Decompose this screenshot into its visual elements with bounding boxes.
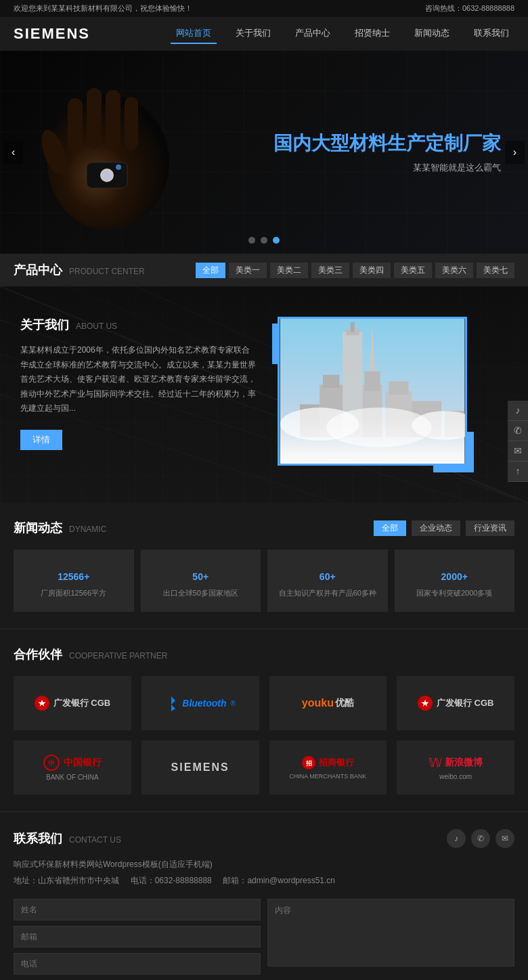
stat-card-patent: 2000+ 国家专利突破2000多项 — [395, 550, 515, 612]
news-title-en: DYNAMIC — [69, 525, 106, 534]
svg-text:招: 招 — [305, 760, 312, 767]
header: SIEMENS 网站首页 关于我们 产品中心 招贤纳士 新闻动态 联系我们 — [0, 17, 528, 51]
sidebar-quick-icons: ♪ ✆ ✉ ↑ — [508, 401, 528, 482]
product-tab-5[interactable]: 美类五 — [394, 263, 432, 278]
hero-subtitle: 某某智能就是这么霸气 — [273, 162, 501, 174]
stat-label-area: 厂房面积12566平方 — [24, 588, 124, 598]
news-section: 新闻动态 DYNAMIC 全部 企业动态 行业资讯 12566+ 厂房面积125… — [0, 503, 528, 629]
news-tabs: 全部 企业动态 行业资讯 — [374, 520, 514, 536]
hero-title-white: 国内大型材料生产 — [273, 133, 425, 154]
nav-item-about[interactable]: 关于我们 — [230, 24, 276, 44]
stat-label-ip: 自主知识产权并有产品60多种 — [278, 588, 378, 598]
partner-cgb-2[interactable]: 广发银行 CGB — [397, 676, 514, 730]
product-title-cn: 产品中心 — [14, 262, 62, 278]
partners-grid-row1: 广发银行 CGB Bluetooth ® youku 优酷 广发银行 CGB — [14, 676, 514, 730]
about-title-cn: 关于我们 — [20, 317, 69, 333]
contact-email-input[interactable] — [14, 926, 261, 948]
partner-youku[interactable]: youku 优酷 — [269, 676, 387, 730]
contact-form-right — [267, 899, 514, 975]
about-left: 关于我们 ABOUT US 某某材料成立于2006年，依托多位国内外知名艺术教育… — [20, 317, 257, 450]
topbar: 欢迎您来到某某科技新材料有限公司，祝您体验愉快！ 咨询热线：0632-88888… — [0, 0, 528, 17]
product-tab-4[interactable]: 美类四 — [353, 263, 391, 278]
hero-dot-1[interactable] — [248, 237, 255, 244]
stat-label-patent: 国家专利突破2000多项 — [405, 588, 505, 598]
contact-site-name: 响应式环保新材料类网站Wordpress模板(自适应手机端) — [14, 856, 514, 872]
news-tab-company[interactable]: 企业动态 — [412, 520, 460, 536]
contact-name-input[interactable] — [14, 899, 261, 920]
hero-next-button[interactable]: › — [505, 141, 525, 164]
stat-card-area: 12566+ 厂房面积12566平方 — [14, 550, 134, 612]
product-tab-2[interactable]: 美类二 — [270, 263, 308, 278]
stat-card-export: 50+ 出口全球50多国家地区 — [141, 550, 261, 612]
contact-title-en: CONTACT US — [69, 835, 121, 845]
topbar-hotline: 咨询热线：0632-88888888 — [425, 3, 514, 14]
contact-quick-icons: ♪ ✆ ✉ — [447, 829, 514, 848]
partner-siemens[interactable]: SIEMENS — [141, 740, 259, 795]
sidebar-message-icon[interactable]: ✉ — [508, 441, 528, 462]
product-tab-7[interactable]: 美类七 — [477, 263, 514, 278]
partner-cgb-1[interactable]: 广发银行 CGB — [14, 676, 131, 730]
nav-item-contact[interactable]: 联系我们 — [468, 24, 514, 44]
logo: SIEMENS — [14, 25, 90, 43]
news-tab-industry[interactable]: 行业资讯 — [466, 520, 514, 536]
contact-email-icon[interactable]: ✉ — [496, 829, 514, 848]
about-detail-button[interactable]: 详情 — [20, 430, 62, 450]
hero-slider: 国内大型材料生产定制厂家 某某智能就是这么霸气 ‹ › — [0, 51, 528, 254]
product-tab-6[interactable]: 美类六 — [435, 263, 473, 278]
product-section-title: 产品中心 PRODUCT CENTER — [14, 262, 145, 278]
news-title: 新闻动态 DYNAMIC — [14, 520, 106, 536]
nav-item-products[interactable]: 产品中心 — [290, 24, 336, 44]
nav-item-jobs[interactable]: 招贤纳士 — [349, 24, 395, 44]
nav-item-news[interactable]: 新闻动态 — [409, 24, 455, 44]
svg-rect-24 — [323, 375, 339, 388]
partner-boc[interactable]: 中 中国银行 BANK OF CHINA — [14, 740, 131, 795]
partners-section: 合作伙伴 COOPERATIVE PARTNER 广发银行 CGB Blueto… — [0, 629, 528, 811]
sidebar-phone-icon[interactable]: ✆ — [508, 421, 528, 441]
partner-cgb2-label: 广发银行 CGB — [437, 697, 494, 709]
hero-text: 国内大型材料生产定制厂家 某某智能就是这么霸气 — [273, 131, 501, 174]
hero-title: 国内大型材料生产定制厂家 — [273, 131, 501, 156]
partner-bluetooth[interactable]: Bluetooth ® — [141, 676, 259, 730]
contact-title: 联系我们 CONTACT US — [14, 830, 121, 847]
partner-weibo[interactable]: 𝕎 新浪微博 weibo.com — [397, 740, 514, 795]
hero-dot-2[interactable] — [261, 237, 267, 244]
contact-phone-input[interactable] — [14, 953, 261, 975]
hero-dots — [248, 237, 280, 244]
sidebar-top-icon[interactable]: ↑ — [508, 462, 528, 482]
contact-form-left — [14, 899, 261, 975]
topbar-welcome: 欢迎您来到某某科技新材料有限公司，祝您体验愉快！ — [14, 3, 192, 14]
news-title-cn: 新闻动态 — [14, 520, 62, 536]
svg-point-8 — [103, 171, 111, 179]
svg-rect-2 — [87, 88, 102, 149]
product-tab-all[interactable]: 全部 — [196, 263, 225, 278]
partner-cmb[interactable]: 招 招商银行 CHINA MERCHANTS BANK — [269, 740, 387, 795]
nav-item-home[interactable]: 网站首页 — [171, 24, 217, 44]
partner-youku-label: youku — [302, 697, 334, 709]
stats-grid: 12566+ 厂房面积12566平方 50+ 出口全球50多国家地区 60+ 自… — [14, 550, 514, 612]
hero-dot-3[interactable] — [273, 237, 280, 244]
product-tab-1[interactable]: 美类一 — [229, 263, 267, 278]
contact-phone-icon[interactable]: ✆ — [471, 829, 490, 848]
news-tab-all[interactable]: 全部 — [374, 520, 406, 536]
contact-title-cn: 联系我们 — [14, 830, 62, 847]
sidebar-qq-icon[interactable]: ♪ — [508, 401, 528, 421]
hero-prev-button[interactable]: ‹ — [3, 141, 23, 164]
partner-youku-cn: 优酷 — [335, 697, 354, 709]
contact-form — [14, 899, 514, 975]
stat-card-ip: 60+ 自主知识产权并有产品60多种 — [267, 550, 388, 612]
about-title: 关于我们 ABOUT US — [20, 317, 257, 333]
about-section: 关于我们 ABOUT US 某某材料成立于2006年，依托多位国内外知名艺术教育… — [0, 286, 528, 503]
main-nav: 网站首页 关于我们 产品中心 招贤纳士 新闻动态 联系我们 — [171, 24, 514, 44]
stat-number-patent: 2000+ — [405, 563, 505, 585]
svg-text:中: 中 — [48, 759, 55, 767]
about-title-en: ABOUT US — [76, 321, 117, 331]
contact-qq-icon[interactable]: ♪ — [447, 829, 466, 848]
contact-content-input[interactable] — [267, 899, 514, 966]
svg-rect-26 — [389, 381, 408, 394]
svg-rect-1 — [68, 98, 83, 152]
svg-point-9 — [116, 164, 121, 170]
about-description: 某某材料成立于2006年，依托多位国内外知名艺术教育专家联合华成立全球标准的艺术… — [20, 343, 257, 416]
product-tab-3[interactable]: 美类三 — [311, 263, 349, 278]
contact-details: 地址：山东省赣州市市中央城 电话：0632-88888888 邮箱：admin@… — [14, 872, 514, 889]
svg-rect-22 — [364, 372, 380, 391]
